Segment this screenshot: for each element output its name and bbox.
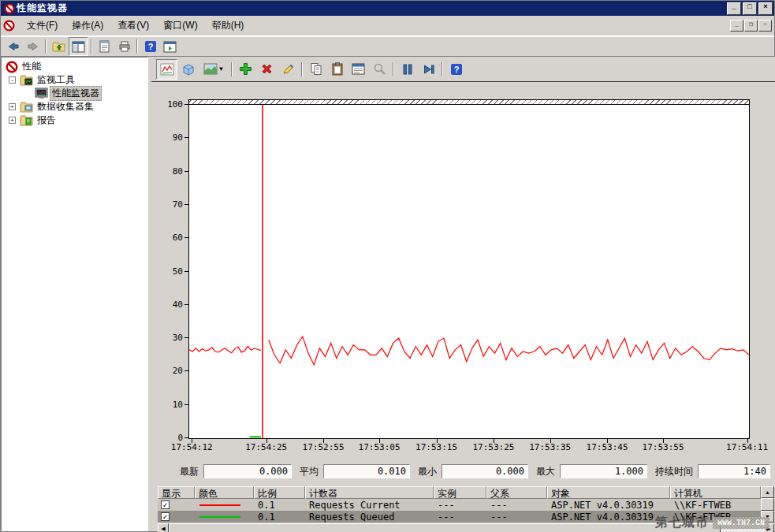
- help-icon[interactable]: ?: [140, 37, 160, 56]
- properties-icon[interactable]: [95, 37, 114, 56]
- y-tick-label: 80: [151, 166, 183, 177]
- column-header-3[interactable]: 计数器: [305, 486, 434, 499]
- tree-root-performance[interactable]: 性能: [2, 60, 147, 73]
- expand-icon[interactable]: +: [9, 103, 16, 110]
- color-cell: [195, 511, 254, 523]
- show-cell: ✓: [158, 511, 195, 523]
- menu-help[interactable]: 帮助(H): [205, 17, 252, 35]
- tree-item-performance-monitor[interactable]: 性能监视器: [2, 87, 147, 100]
- mdi-restore-button[interactable]: ❐: [744, 20, 758, 32]
- column-header-1[interactable]: 颜色: [195, 486, 254, 499]
- toolbar-separator: [393, 62, 394, 76]
- toolbar-separator: [91, 39, 92, 54]
- column-header-4[interactable]: 实例: [434, 486, 486, 499]
- chart-toolbar: ▼: [151, 57, 775, 82]
- chart-help-icon[interactable]: ?: [445, 59, 467, 80]
- show-checkbox[interactable]: ✓: [161, 500, 170, 509]
- update-data-icon[interactable]: [418, 59, 439, 80]
- x-tick-mark: [663, 439, 664, 443]
- chart-properties-icon[interactable]: [348, 59, 369, 80]
- highlight-icon[interactable]: [278, 59, 299, 80]
- column-header-6[interactable]: 对象: [547, 486, 670, 499]
- freeze-display-icon[interactable]: [397, 59, 418, 80]
- column-header-2[interactable]: 比例: [254, 486, 305, 499]
- forward-icon[interactable]: [23, 37, 43, 56]
- dropdown-arrow-icon: ▼: [218, 65, 225, 73]
- y-tick-mark: [184, 337, 188, 338]
- minimize-button[interactable]: _: [727, 2, 741, 15]
- column-header-0[interactable]: 显示: [158, 486, 195, 499]
- tree-item-reports[interactable]: + 报告: [2, 113, 147, 127]
- content-area: 性能 - 监视工具 性能监视器 + 数据收集器集 + 报告: [1, 57, 774, 531]
- scale-cell: 0.1: [254, 511, 305, 523]
- up-folder-icon[interactable]: [49, 37, 69, 56]
- x-tick-label: 17:54:11: [726, 442, 768, 452]
- show-action-pane-icon[interactable]: [160, 37, 180, 56]
- x-tick-label: 17:53:05: [359, 442, 401, 452]
- show-cell: ✓: [158, 499, 195, 511]
- mdi-close-button: ×: [758, 20, 772, 32]
- back-icon[interactable]: [3, 37, 23, 56]
- change-graph-type-icon[interactable]: ▼: [199, 59, 229, 80]
- object-cell: ASP.NET v4.0.30319: [547, 511, 670, 523]
- column-header-7[interactable]: 计算机: [670, 486, 761, 499]
- show-checkbox[interactable]: ✓: [161, 512, 170, 521]
- view-current-activity-icon[interactable]: [156, 59, 177, 80]
- instance-cell: ---: [434, 499, 486, 511]
- svg-text:?: ?: [147, 42, 153, 51]
- column-header-5[interactable]: 父系: [486, 486, 547, 499]
- menu-file[interactable]: 文件(F): [20, 17, 65, 35]
- stat-duration-label: 持续时间: [655, 465, 693, 478]
- menu-action[interactable]: 操作(A): [65, 17, 110, 35]
- chart-plot-area[interactable]: [188, 104, 750, 439]
- expand-icon[interactable]: +: [9, 117, 16, 124]
- y-tick-mark: [184, 370, 188, 371]
- paste-counter-list-icon[interactable]: [326, 59, 348, 80]
- maximize-button[interactable]: □: [743, 2, 757, 15]
- close-button[interactable]: ×: [758, 2, 773, 15]
- window-title: 性能监视器: [17, 2, 725, 15]
- object-cell: ASP.NET v4.0.30319: [547, 499, 670, 511]
- scroll-up-icon[interactable]: ▲: [761, 486, 774, 498]
- y-tick-mark: [184, 304, 188, 305]
- series-color-swatch: [199, 504, 240, 506]
- x-tick-mark: [437, 439, 438, 443]
- watermark-site-url: WWW.TH7.CN: [713, 517, 769, 529]
- x-tick-label: 17:53:55: [643, 442, 684, 452]
- tree-item-data-collector-sets[interactable]: + 数据收集器集: [2, 100, 147, 113]
- scrollbar-thumb[interactable]: [169, 523, 721, 532]
- stat-minimum-label: 最小: [418, 465, 437, 478]
- folder-report-icon: [20, 114, 33, 126]
- y-tick-mark: [184, 404, 188, 405]
- color-cell: [195, 499, 254, 511]
- parent-cell: ---: [486, 499, 547, 511]
- parent-cell: ---: [486, 511, 547, 523]
- console-tree: 性能 - 监视工具 性能监视器 + 数据收集器集 + 报告: [1, 57, 148, 531]
- series-line-requests-current: [269, 337, 749, 365]
- instance-cell: ---: [434, 511, 486, 523]
- table-row[interactable]: ✓0.1Requests Current------ASP.NET v4.0.3…: [158, 499, 761, 511]
- y-tick-label: 70: [151, 199, 183, 210]
- folder-network-icon: [20, 101, 33, 113]
- stat-minimum-value: 0.000: [442, 464, 528, 478]
- stat-average-value: 0.010: [323, 464, 410, 478]
- menu-window[interactable]: 窗口(W): [156, 17, 204, 35]
- scroll-left-icon[interactable]: ◀: [158, 523, 169, 532]
- delete-counter-icon[interactable]: [256, 59, 278, 80]
- y-tick-label: 100: [151, 99, 183, 110]
- mdi-minimize-button[interactable]: _: [730, 20, 743, 32]
- menu-view[interactable]: 查看(V): [110, 17, 156, 35]
- print-icon[interactable]: [114, 37, 134, 56]
- stat-duration-value: 1:40: [698, 464, 770, 478]
- scrollbar-thumb[interactable]: [761, 498, 774, 511]
- tree-item-monitoring-tools[interactable]: - 监视工具: [2, 73, 147, 87]
- collapse-icon[interactable]: -: [9, 76, 16, 84]
- x-tick-mark: [607, 439, 608, 443]
- view-log-data-icon[interactable]: [177, 59, 199, 80]
- x-tick-label: 17:53:45: [587, 442, 628, 452]
- perfmon-view: ▼: [151, 57, 775, 531]
- copy-properties-icon[interactable]: [305, 59, 326, 80]
- perfmon-root-icon: [6, 61, 18, 73]
- add-counter-icon[interactable]: [235, 59, 256, 80]
- show-console-tree-icon[interactable]: [69, 37, 88, 56]
